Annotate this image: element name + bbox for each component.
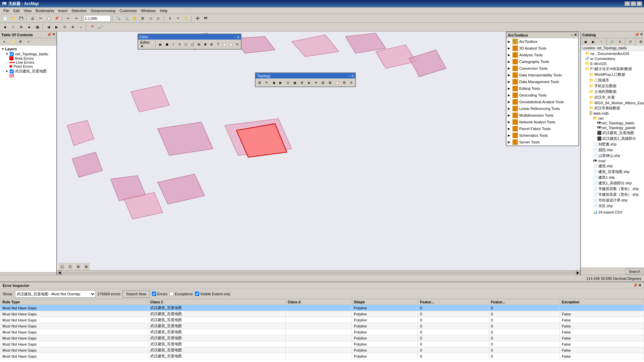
- topo-btn14[interactable]: ✕: [348, 79, 355, 86]
- map-scrollbar-h[interactable]: ◀ ▶: [57, 270, 580, 275]
- tool-schematics[interactable]: ▶ Schematics Tools: [506, 132, 578, 139]
- search-now-button[interactable]: Search Now: [122, 290, 150, 298]
- layers-expand[interactable]: ▼: [1, 47, 4, 51]
- tool-arctoolbox[interactable]: ▶ 🔧 ArcToolbox: [506, 38, 578, 45]
- menu-bookmarks[interactable]: Bookmarks: [34, 8, 56, 13]
- cat-item-wuhangaode[interactable]: ⬛ 武汉建筑1_高德部分: [581, 136, 644, 141]
- col-feat2[interactable]: Featur...: [489, 299, 559, 305]
- menu-file[interactable]: File: [1, 8, 11, 13]
- topo-btn9[interactable]: ✦: [313, 79, 319, 86]
- cat-back[interactable]: ◀: [582, 38, 589, 46]
- col-class1[interactable]: Class 1: [148, 299, 285, 305]
- tb2-btn12[interactable]: 🔎: [97, 23, 104, 31]
- cat-item-netgaode[interactable]: 🗺 net_Topology_gaode: [581, 125, 644, 130]
- cat-item-1[interactable]: 🔗 er Connections: [581, 56, 644, 61]
- tb2-btn7[interactable]: ▶: [53, 23, 60, 31]
- editor-minimize[interactable]: ─: [234, 35, 236, 39]
- topo-btn1[interactable]: ⊞: [256, 79, 263, 86]
- zoom-in-button[interactable]: 🔍: [115, 15, 122, 22]
- arctoolbox-expand[interactable]: ▶: [508, 40, 511, 43]
- measure-button[interactable]: 📏: [182, 15, 190, 22]
- editor-btn4[interactable]: ✎: [177, 41, 183, 48]
- print-button[interactable]: 🖨: [29, 15, 36, 22]
- cat-refresh[interactable]: ↺: [627, 38, 634, 46]
- errors-checkbox[interactable]: [152, 292, 156, 296]
- toc-source-view[interactable]: 📁: [9, 38, 16, 46]
- tool-geostatistical[interactable]: ▶ Geostatistical Analyst Tools: [506, 99, 578, 105]
- catalog-pin[interactable]: 📌: [635, 33, 639, 37]
- catalog-close[interactable]: ✕: [640, 33, 643, 37]
- toc-close[interactable]: ✕: [52, 33, 55, 37]
- topology-close[interactable]: ✕: [351, 74, 354, 78]
- table-row[interactable]: Must Not Have Gaps 武汉建筑_百度地图 Polyline 0 …: [0, 341, 644, 347]
- table-row[interactable]: Must Not Have Gaps 武汉建筑_百度地图 Polyline 0 …: [0, 317, 644, 323]
- editor-close[interactable]: ✕: [237, 35, 239, 39]
- scene-view-btn[interactable]: ⊞: [74, 263, 82, 270]
- menu-selection[interactable]: Selection: [69, 8, 89, 13]
- tool-multidimension[interactable]: ▶ Multidimension Tools: [506, 112, 578, 119]
- cat-item-datamdb[interactable]: 🗄 data.mdb: [581, 111, 644, 116]
- tb2-btn6[interactable]: ◀: [45, 23, 52, 31]
- cat-item-shiqu[interactable]: 📄 市区.shp: [581, 203, 644, 209]
- cat-up[interactable]: ↑: [598, 38, 605, 46]
- editor-btn5[interactable]: ⬡: [183, 41, 189, 48]
- table-row[interactable]: Must Not Have Gaps 武汉建筑_百度地图 Polyline 0 …: [0, 335, 644, 341]
- tb2-btn9[interactable]: ⊗: [69, 23, 76, 31]
- editor-btn13[interactable]: ✎: [234, 41, 240, 48]
- cat-fwd[interactable]: ▶: [590, 38, 597, 46]
- scale-input[interactable]: [84, 15, 111, 22]
- tb2-btn5[interactable]: ▦: [34, 23, 41, 31]
- cat-item-mxd[interactable]: 🗺 .mxd: [581, 159, 644, 163]
- close-button[interactable]: ✕: [637, 1, 642, 6]
- toc-layer-wuhan[interactable]: ▼ 武汉建筑_百度地图: [1, 68, 55, 74]
- cat-item-earcgis[interactable]: 📁 E:\ArcGIS: [581, 61, 644, 66]
- copy-button[interactable]: 📋: [45, 15, 52, 22]
- error-inspector-close[interactable]: ✕: [638, 283, 641, 288]
- layout-view-btn[interactable]: ⊡: [66, 263, 74, 270]
- layer-expand-1[interactable]: ▼: [5, 52, 8, 56]
- tb2-btn11[interactable]: 📍: [89, 23, 96, 31]
- editor-btn11[interactable]: 📋: [221, 41, 227, 48]
- cat-item-worldpop[interactable]: 📁 WorldPop人口数据: [581, 72, 644, 77]
- topo-btn6[interactable]: ◉: [291, 79, 298, 86]
- editor-dropdown[interactable]: Editor ▼: [139, 40, 154, 48]
- tool-geocoding[interactable]: ▶ Geocoding Tools: [506, 92, 578, 99]
- scroll-right[interactable]: ▶: [576, 271, 580, 275]
- cat-item-jianzhu[interactable]: 📄 建筑.shp: [581, 163, 644, 169]
- toc-visibility-view[interactable]: 👁: [17, 38, 24, 46]
- tb2-btn1[interactable]: ■: [1, 23, 9, 31]
- cat-item-shijianzhu[interactable]: 📄 市建筑层数（普份）.shp: [581, 186, 644, 192]
- menu-windows[interactable]: Windows: [139, 8, 158, 13]
- tool-server[interactable]: ▶ Server Tools: [506, 139, 578, 145]
- cat-item-24csv[interactable]: 📊 24.export.CSV: [581, 209, 644, 215]
- cat-item-shijiedao[interactable]: 📄 市街道设计界.shp: [581, 197, 644, 203]
- cat-item-netbaidu[interactable]: 🗺 net_Topology_baidu: [581, 121, 644, 125]
- editor-toolbar-header[interactable]: Editor ─ ✕: [138, 34, 241, 40]
- menu-help[interactable]: Help: [158, 8, 170, 13]
- maximize-button[interactable]: □: [631, 1, 636, 6]
- cat-disconnect[interactable]: ✕: [616, 38, 624, 46]
- arctoolbox-minimize[interactable]: ─: [571, 33, 573, 37]
- zoom-out-button[interactable]: 🔍: [123, 15, 130, 22]
- tool-editing[interactable]: ▶ Editing Tools: [506, 85, 578, 92]
- cat-item-shijianzhugaodu[interactable]: 📄 市建筑高度（普份）.shp: [581, 192, 644, 197]
- data-view-btn[interactable]: ◱: [58, 263, 66, 270]
- col-rule-type[interactable]: Rule Type: [0, 299, 148, 305]
- menu-view[interactable]: View: [22, 8, 34, 13]
- toc-pin[interactable]: 📌: [47, 33, 52, 37]
- tool-cartography[interactable]: ▶ Cartography Tools: [506, 58, 578, 65]
- cat-item-wuhanjichu[interactable]: 📁 武汉市基础数据: [581, 105, 644, 111]
- new-button[interactable]: 📄: [1, 15, 9, 22]
- cat-item-shoujidingwei[interactable]: 📁 手机定位数据: [581, 83, 644, 89]
- tool-linear-ref[interactable]: ▶ Linear Referencing Tools: [506, 105, 578, 112]
- arcmap-button[interactable]: 🗺: [202, 15, 209, 22]
- layer-checkbox-1[interactable]: [10, 52, 14, 56]
- cat-item-wuhanshi[interactable]: 📁 武汉市_矢量: [581, 95, 644, 100]
- minimize-button[interactable]: ─: [625, 1, 630, 6]
- show-dropdown[interactable]: 武汉建筑_百度地图 - Must Not Overlap: [15, 290, 96, 298]
- cat-item-wuhanjianzhu[interactable]: ⬛ 武汉建筑_百度地图: [581, 130, 644, 136]
- map-area[interactable]: Editor ─ ✕ Editor ▼ ▶ ⏹ / ✎ ⬡ ◻ ⊞ ✖ ⚙ ? …: [57, 32, 580, 275]
- cat-item-tudiliyong[interactable]: 📁 土地利用数据: [581, 89, 644, 95]
- undo-button[interactable]: ↩: [64, 15, 72, 22]
- topo-btn12[interactable]: 📋: [334, 79, 340, 86]
